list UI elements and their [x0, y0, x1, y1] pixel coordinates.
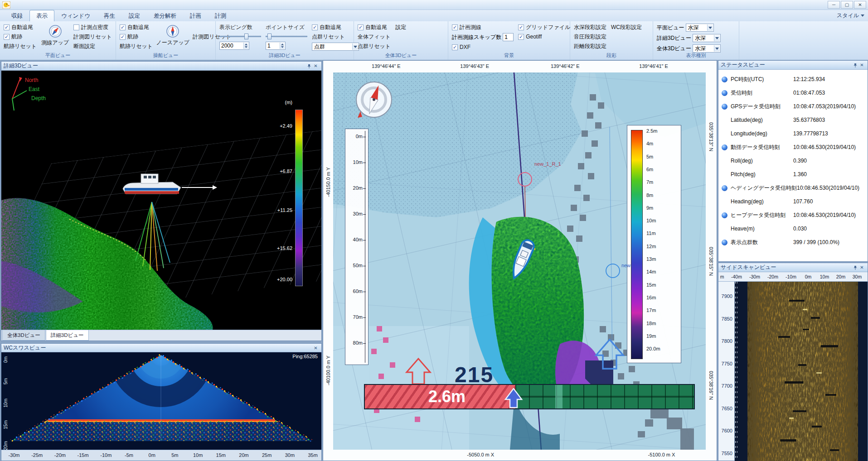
ribbon-tab-2[interactable]: 表示 — [29, 10, 54, 21]
checkbox-icon[interactable] — [120, 34, 126, 40]
ribbon-tab-4[interactable]: 再生 — [97, 10, 122, 21]
globe-icon — [722, 77, 727, 82]
pin-icon[interactable] — [852, 62, 858, 68]
app-logo-icon[interactable] — [2, 1, 11, 9]
checkbox-icon[interactable] — [4, 24, 10, 30]
group-label: 詳細3Dビュー — [216, 52, 354, 59]
spinner[interactable] — [280, 43, 285, 49]
wc-swath-canvas[interactable]: Ping:65285 0m5m10m15m20m — [1, 352, 321, 450]
checkbox-icon[interactable] — [312, 24, 318, 30]
chevron-down-icon[interactable] — [707, 24, 713, 31]
display-plane-select[interactable]: 水深 — [686, 24, 714, 32]
ping-count-slider[interactable] — [219, 33, 261, 39]
style-menu[interactable]: スタイル — [837, 12, 864, 19]
map-canvas[interactable]: 0m10m20m30m40m50m60m70m80m 2.5m4m5m6m7m8… — [333, 72, 706, 450]
checkbox-icon[interactable] — [120, 24, 126, 30]
distance-tint-settings-button[interactable]: 距離段彩設定 — [574, 43, 606, 50]
plane-line-up-button[interactable]: 測線アップ — [41, 24, 69, 52]
ribbon-tab-7[interactable]: 計画 — [183, 10, 208, 21]
status-row: Latitude(deg)35.63776803 — [718, 113, 868, 127]
maximize-button[interactable]: ▢ — [841, 1, 853, 9]
ribbon-group-whole3d-view: 自動追尾 全体フィット 点群リセット 設定 全体3Dビュー — [354, 21, 448, 60]
plan-line-checkbox[interactable]: 計画測線 — [452, 24, 514, 31]
ship-auto-track-checkbox[interactable]: 自動追尾 — [120, 24, 153, 31]
waypoint-label-2: new — [621, 263, 630, 268]
status-row: Heave(m)0.030 — [718, 222, 868, 235]
chevron-down-icon[interactable] — [714, 35, 720, 41]
checkbox-icon[interactable] — [518, 24, 524, 30]
ribbon-tab-5[interactable]: 設定 — [122, 10, 147, 21]
checkbox-label: 自動追尾 — [11, 24, 33, 31]
slider-thumb[interactable] — [267, 34, 272, 39]
checkbox-icon[interactable] — [4, 34, 10, 40]
chevron-down-icon — [861, 14, 864, 17]
plan-skip-label: 計画測線スキップ数 — [452, 34, 501, 41]
depth-tint-settings-button[interactable]: 水深段彩設定 — [574, 24, 606, 31]
point-size-slider[interactable] — [266, 33, 307, 39]
chevron-down-icon[interactable] — [714, 45, 720, 52]
detail3d-auto-track-checkbox[interactable]: 自動追尾 — [312, 24, 359, 31]
sidescan-x-tick: 10m — [820, 274, 829, 279]
checkbox-icon[interactable] — [73, 24, 79, 30]
whole3d-auto-track-checkbox[interactable]: 自動追尾 — [358, 24, 391, 31]
ribbon-tab-1[interactable]: 収録 — [5, 10, 29, 21]
close-button[interactable]: ✕ — [854, 1, 866, 9]
close-icon[interactable]: ✕ — [312, 345, 319, 351]
display-detail3d-label: 詳細3Dビュー — [657, 34, 691, 42]
point-size-input[interactable]: 1 — [266, 42, 286, 50]
panel-side-scan-view: サイドスキャンビュー ✕ m-40m-30m-20m-10m0m10m20m30… — [718, 263, 868, 461]
pressure-tint-settings-button[interactable]: 音圧段彩設定 — [574, 33, 606, 40]
sidescan-canvas[interactable]: 79007850780077507700765076007550 — [718, 282, 868, 461]
close-icon[interactable]: ✕ — [312, 63, 319, 69]
plane-measure-reset-button[interactable]: 計測図リセット — [73, 33, 112, 40]
plane-point-density-checkbox[interactable]: 計測点密度 — [73, 24, 112, 31]
grid-file-checkbox[interactable]: グリッドファイル — [518, 24, 570, 31]
depth-ruler-tick: 20m — [347, 185, 363, 191]
minimize-button[interactable]: ─ — [828, 1, 840, 9]
display-whole3d-select[interactable]: 水深 — [693, 44, 721, 53]
ship-north-up-button[interactable]: ノースアップ — [157, 24, 188, 52]
display-detail3d-select[interactable]: 水深 — [693, 34, 721, 42]
checkbox-icon[interactable] — [452, 44, 458, 50]
plane-section-setting-button[interactable]: 断面設定 — [73, 43, 112, 50]
ship-track-reset-button[interactable]: 航跡リセット — [120, 43, 153, 50]
dxf-checkbox[interactable]: DXF — [452, 43, 514, 51]
geotiff-checkbox[interactable]: Geotiff — [518, 33, 570, 40]
ribbon-tab-8[interactable]: 計測 — [208, 10, 233, 21]
ribbon-tab-6[interactable]: 差分解析 — [147, 10, 183, 21]
depth-ruler: 0m10m20m30m40m50m60m70m80m — [345, 129, 369, 365]
plane-auto-track-checkbox[interactable]: 自動追尾 — [4, 24, 37, 31]
close-icon[interactable]: ✕ — [858, 62, 865, 68]
plan-skip-input[interactable]: 1 — [503, 33, 514, 41]
status-value: 10:08:47.053(2019/04/10) — [793, 103, 856, 110]
checkbox-icon[interactable] — [452, 24, 458, 30]
display-whole3d-label: 全体3Dビュー — [657, 45, 691, 53]
plane-track-checkbox[interactable]: 航跡 — [4, 33, 37, 40]
ping-count-input[interactable]: 2000 — [219, 42, 249, 50]
pin-icon[interactable] — [852, 264, 858, 271]
whole3d-cloud-reset-button[interactable]: 点群リセット — [358, 43, 391, 50]
checkbox-icon[interactable] — [518, 34, 524, 40]
slider-thumb[interactable] — [244, 34, 248, 39]
close-icon[interactable]: ✕ — [858, 264, 865, 271]
spinner[interactable] — [243, 43, 248, 49]
3d-view-canvas[interactable]: North East Depth (m)+2.49+6.87+11.25+15.… — [1, 71, 321, 330]
whole3d-settings-button[interactable]: 設定 — [395, 24, 406, 31]
whole3d-fit-button[interactable]: 全体フィット — [358, 33, 391, 40]
status-value: 107.760 — [793, 198, 813, 205]
compass-icon — [48, 24, 62, 38]
pin-icon[interactable] — [305, 63, 312, 69]
plane-track-reset-button[interactable]: 航跡リセット — [4, 43, 37, 50]
status-rows: PC時刻(UTC)12:12:25.934受信時刻01:08:47.053GPS… — [718, 70, 868, 261]
ribbon-tab-3[interactable]: ウィンドウ — [54, 10, 97, 21]
3d-view-tab-2[interactable]: 詳細3Dビュー — [46, 330, 89, 341]
detail3d-cloud-reset-button[interactable]: 点群リセット — [312, 33, 359, 40]
x-coordinate-axis: -5050.0 m X-5100.0 m X — [323, 450, 717, 461]
ship-track-checkbox[interactable]: 航跡 — [120, 33, 153, 40]
wc-tint-settings-button[interactable]: WC段彩設定 — [611, 24, 642, 31]
point-cloud-select[interactable]: 点群 — [312, 43, 359, 51]
checkbox-icon[interactable] — [358, 24, 364, 30]
3d-scale-tick: +20.00 — [254, 277, 292, 282]
status-label: Latitude(deg) — [731, 117, 793, 123]
3d-view-tab-1[interactable]: 全体3Dビュー — [2, 330, 45, 341]
